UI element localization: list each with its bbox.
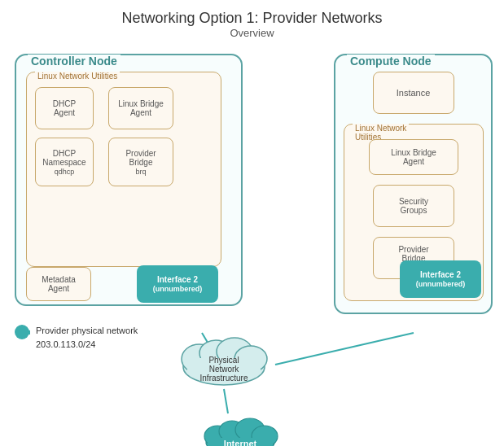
controller-node: Controller Node Linux Network Utilities … — [15, 54, 243, 306]
page-title: Networking Option 1: Provider Networks — [0, 0, 504, 27]
provider-network: Provider physical network 203.0.113.0/24 — [15, 324, 138, 351]
svg-text:Internet: Internet — [224, 439, 257, 446]
instance-box: Instance — [373, 72, 454, 114]
pb-controller-label: ProviderBridgebrq — [125, 149, 156, 176]
lba-compute-box: Linux BridgeAgent — [369, 139, 458, 175]
lba-controller-box: Linux BridgeAgent — [108, 87, 173, 129]
iface2-compute-label: Interface 2(unnumbered) — [416, 270, 466, 288]
dhcp-namespace-label: DHCPNamespaceqdhcp — [42, 149, 85, 176]
metadata-agent-label: MetadataAgent — [42, 275, 76, 293]
svg-line-2 — [224, 389, 228, 413]
lnu-controller: Linux Network Utilities DHCPAgent DHCPNa… — [26, 72, 221, 267]
page-subtitle: Overview — [0, 27, 504, 39]
provider-dot — [15, 325, 29, 339]
iface2-controller-label: Interface 2(unnumbered) — [153, 275, 203, 293]
dhcp-agent-box: DHCPAgent — [35, 87, 94, 129]
svg-line-1 — [275, 333, 414, 365]
diagram-area: Controller Node Linux Network Utilities … — [0, 46, 504, 444]
svg-text:Physical: Physical — [208, 356, 239, 365]
svg-text:Infrastructure: Infrastructure — [200, 374, 248, 383]
cloud-shape: Physical Network Infrastructure — [171, 322, 277, 387]
dhcp-namespace-box: DHCPNamespaceqdhcp — [35, 138, 94, 186]
compute-node: Compute Node Instance Linux NetworkUtili… — [334, 54, 493, 314]
lba-compute-label: Linux BridgeAgent — [391, 148, 436, 166]
security-groups-label: SecurityGroups — [399, 197, 428, 215]
instance-label: Instance — [397, 88, 431, 98]
dhcp-agent-label: DHCPAgent — [53, 99, 76, 117]
security-groups-box: SecurityGroups — [373, 185, 454, 227]
lnu-controller-label: Linux Network Utilities — [35, 72, 120, 81]
compute-node-label: Compute Node — [347, 55, 435, 68]
iface2-controller-box: Interface 2(unnumbered) — [137, 265, 218, 303]
pb-controller-box: ProviderBridgebrq — [108, 138, 173, 186]
controller-node-label: Controller Node — [28, 55, 121, 68]
svg-text:Network: Network — [209, 365, 240, 374]
iface2-compute-box: Interface 2(unnumbered) — [400, 260, 481, 298]
internet-cloud: Internet — [199, 413, 281, 446]
provider-text: Provider physical network 203.0.113.0/24 — [36, 324, 138, 351]
metadata-agent-box: MetadataAgent — [26, 267, 91, 301]
lba-controller-label: Linux BridgeAgent — [118, 99, 164, 117]
